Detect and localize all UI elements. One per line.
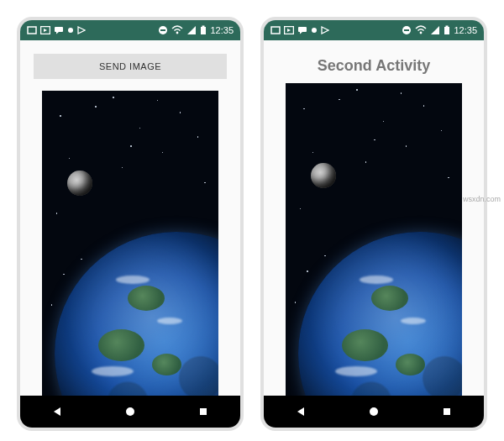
signal-icon — [430, 25, 440, 35]
svg-point-5 — [68, 28, 73, 33]
nav-bar — [264, 396, 484, 428]
status-left-icons — [27, 26, 86, 34]
recent-icon[interactable] — [197, 406, 209, 417]
svg-marker-4 — [56, 32, 59, 34]
dnd-icon — [402, 25, 412, 35]
play-store-icon — [321, 26, 329, 34]
send-image-button[interactable]: SEND IMAGE — [34, 54, 227, 79]
second-activity-content: Second Activity — [264, 40, 484, 396]
svg-marker-13 — [54, 407, 60, 416]
play-box-icon — [284, 26, 294, 34]
svg-marker-22 — [322, 27, 328, 34]
phone-frame-left: 12:35 SEND IMAGE — [17, 17, 244, 431]
signal-icon — [186, 25, 197, 35]
svg-rect-28 — [446, 26, 449, 28]
earth-image — [286, 83, 462, 396]
svg-marker-6 — [78, 27, 85, 34]
svg-point-30 — [370, 407, 378, 416]
status-right-icons: 12:35 — [158, 25, 234, 35]
back-icon[interactable] — [51, 406, 63, 417]
chat-icon — [54, 26, 64, 34]
recent-icon[interactable] — [441, 406, 453, 417]
rect-icon — [270, 26, 281, 34]
svg-rect-15 — [200, 408, 207, 415]
status-bar: 12:35 — [264, 20, 484, 40]
phone-frame-right: 12:35 Second Activity — [260, 17, 487, 431]
svg-marker-10 — [187, 26, 196, 34]
svg-rect-11 — [201, 27, 206, 34]
earth — [298, 232, 462, 396]
svg-marker-2 — [44, 29, 47, 32]
svg-point-9 — [176, 32, 179, 34]
home-icon[interactable] — [124, 406, 136, 417]
moon — [67, 171, 92, 196]
back-icon[interactable] — [295, 406, 307, 417]
svg-point-14 — [126, 407, 134, 416]
status-right-icons: 12:35 — [402, 25, 477, 35]
wifi-icon — [171, 25, 183, 35]
play-box-icon — [40, 26, 50, 34]
earth — [55, 232, 218, 396]
play-store-icon — [77, 26, 86, 34]
moon — [311, 163, 336, 188]
svg-rect-3 — [55, 27, 63, 32]
battery-icon — [200, 25, 207, 35]
page-title: Second Activity — [318, 57, 430, 75]
clock-text: 12:35 — [454, 25, 477, 35]
battery-icon — [444, 25, 450, 35]
svg-rect-12 — [202, 26, 205, 28]
svg-rect-27 — [444, 27, 449, 34]
svg-marker-29 — [297, 407, 304, 416]
svg-rect-16 — [271, 27, 280, 34]
nav-bar — [20, 396, 240, 428]
svg-rect-19 — [298, 27, 307, 32]
dnd-icon — [158, 25, 168, 35]
main-activity-content: SEND IMAGE — [20, 40, 240, 396]
earth-image — [42, 91, 218, 396]
status-bar: 12:35 — [20, 20, 240, 40]
svg-point-25 — [420, 32, 423, 34]
status-left-icons — [270, 26, 329, 34]
home-icon[interactable] — [368, 406, 380, 417]
svg-marker-26 — [431, 26, 439, 34]
wifi-icon — [415, 25, 427, 35]
svg-point-21 — [312, 28, 317, 33]
svg-marker-20 — [300, 32, 302, 34]
dot-icon — [67, 26, 74, 34]
svg-rect-31 — [444, 408, 450, 415]
dot-icon — [311, 26, 318, 34]
clock-text: 12:35 — [210, 25, 234, 35]
watermark: wsxdn.com — [463, 195, 501, 203]
rect-icon — [27, 26, 37, 34]
svg-rect-24 — [404, 29, 409, 31]
svg-rect-8 — [160, 29, 165, 31]
svg-rect-0 — [28, 27, 36, 34]
svg-marker-18 — [287, 29, 291, 32]
chat-icon — [297, 26, 307, 34]
